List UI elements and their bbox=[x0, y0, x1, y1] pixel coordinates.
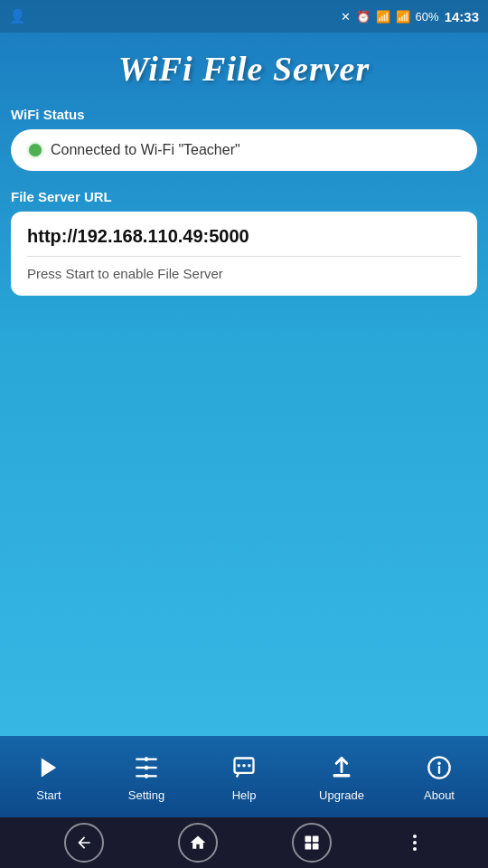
svg-rect-15 bbox=[305, 836, 312, 843]
about-icon bbox=[423, 751, 455, 784]
alarm-icon: ⏰ bbox=[356, 10, 371, 24]
overflow-menu-button[interactable] bbox=[406, 827, 424, 858]
upgrade-icon bbox=[325, 751, 358, 784]
start-label: Start bbox=[36, 788, 61, 802]
about-label: About bbox=[424, 788, 455, 802]
upgrade-label: Upgrade bbox=[319, 788, 364, 802]
svg-rect-17 bbox=[305, 844, 312, 850]
status-bar: 👤 ✕ ⏰ 📶 📶 60% 14:33 bbox=[0, 0, 488, 33]
nav-item-upgrade[interactable]: Upgrade bbox=[293, 751, 390, 802]
wifi-status-label: WiFi Status bbox=[11, 107, 477, 122]
app-title: WiFi File Server bbox=[9, 49, 479, 89]
wifi-connected-dot bbox=[29, 144, 42, 156]
status-bar-left: 👤 bbox=[9, 8, 26, 24]
home-button[interactable] bbox=[178, 823, 218, 863]
setting-icon bbox=[130, 751, 163, 784]
help-label: Help bbox=[232, 788, 257, 802]
svg-rect-16 bbox=[313, 836, 319, 843]
recent-apps-button[interactable] bbox=[292, 823, 332, 863]
svg-point-8 bbox=[237, 764, 240, 768]
wifi-icon: 📶 bbox=[376, 10, 390, 24]
back-button[interactable] bbox=[64, 823, 104, 863]
url-card[interactable]: http://192.168.110.49:5000 Press Start t… bbox=[11, 212, 477, 296]
start-icon bbox=[33, 751, 65, 784]
setting-label: Setting bbox=[128, 788, 164, 802]
help-icon bbox=[228, 751, 260, 784]
status-bar-right: ✕ ⏰ 📶 📶 60% 14:33 bbox=[341, 9, 479, 24]
battery-indicator: 60% bbox=[416, 10, 439, 24]
svg-marker-0 bbox=[42, 759, 56, 778]
nav-item-help[interactable]: Help bbox=[195, 751, 293, 802]
file-server-url-label: File Server URL bbox=[11, 189, 477, 204]
svg-point-10 bbox=[248, 764, 251, 768]
qq-icon: 👤 bbox=[9, 8, 26, 24]
cell-signal-icon: 📶 bbox=[396, 10, 410, 24]
system-nav-bar bbox=[0, 817, 488, 868]
wifi-status-text: Connected to Wi-Fi "Teacher" bbox=[51, 142, 240, 158]
svg-rect-11 bbox=[333, 774, 351, 778]
wifi-status-card: Connected to Wi-Fi "Teacher" bbox=[11, 129, 477, 171]
main-content: WiFi Status Connected to Wi-Fi "Teacher"… bbox=[0, 107, 488, 736]
nav-item-about[interactable]: About bbox=[390, 751, 488, 802]
server-url: http://192.168.110.49:5000 bbox=[27, 226, 461, 257]
signal-cross-icon: ✕ bbox=[341, 10, 351, 24]
app-header: WiFi File Server bbox=[0, 33, 488, 107]
clock: 14:33 bbox=[445, 9, 479, 24]
svg-rect-18 bbox=[313, 844, 319, 850]
server-url-hint: Press Start to enable File Server bbox=[27, 266, 461, 281]
nav-item-start[interactable]: Start bbox=[0, 751, 98, 802]
svg-point-9 bbox=[242, 764, 246, 768]
nav-item-setting[interactable]: Setting bbox=[98, 751, 195, 802]
bottom-nav: Start Setting He bbox=[0, 736, 488, 817]
